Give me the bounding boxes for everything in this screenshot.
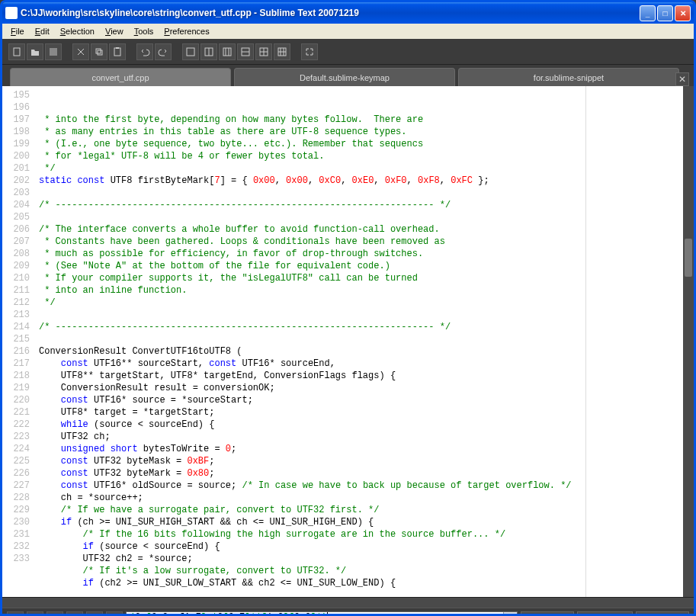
- tab-label: Default.sublime-keymap: [300, 73, 390, 82]
- svg-rect-2: [96, 49, 101, 53]
- undo-icon[interactable]: [136, 43, 153, 60]
- svg-rect-0: [14, 48, 20, 56]
- find-prev-button[interactable]: Find Prev: [577, 611, 633, 617]
- open-file-icon[interactable]: [27, 43, 43, 60]
- editor[interactable]: 1951961971981992002012022032042052062072…: [2, 86, 694, 597]
- maximize-button[interactable]: □: [657, 5, 673, 21]
- horizontal-scrollbar[interactable]: [2, 597, 694, 608]
- find-button[interactable]: Find: [521, 611, 574, 617]
- new-file-icon[interactable]: [8, 43, 25, 60]
- vertical-scrollbar[interactable]: [683, 86, 694, 597]
- code-content[interactable]: * into the first byte, depending on how …: [34, 86, 694, 597]
- find-input-container: (0x[0-9a-fA-F]+|0[0-7]*|[1-9][0-9]*) ▼: [126, 611, 518, 617]
- tab-bar: convert_utf.cpp Default.sublime-keymap f…: [2, 65, 694, 86]
- layout-grid-icon[interactable]: [255, 43, 272, 60]
- find-regex-toggle[interactable]: .*: [7, 611, 24, 617]
- svg-rect-3: [98, 50, 102, 55]
- find-wrap-toggle[interactable]: ⟲: [66, 611, 83, 617]
- tab-close-button[interactable]: ✕: [675, 72, 689, 86]
- menubar: File Edit Selection View Tools Preferenc…: [2, 24, 694, 39]
- find-in-selection-toggle[interactable]: ↶: [86, 611, 103, 617]
- tab-label: convert_utf.cpp: [91, 73, 149, 82]
- window-title: C:\JJ\working\src\skyline\core\string\co…: [21, 8, 640, 18]
- paste-icon[interactable]: [109, 43, 126, 60]
- menu-file[interactable]: File: [5, 25, 30, 37]
- fullscreen-icon[interactable]: [301, 43, 318, 60]
- scrollbar-thumb[interactable]: [685, 239, 692, 277]
- svg-rect-5: [116, 47, 119, 49]
- copy-icon[interactable]: [91, 43, 107, 60]
- menu-view[interactable]: View: [100, 25, 129, 37]
- find-bar: .* Aa "" ⟲ ↶ ⤣ (0x[0-9a-fA-F]+|0[0-7]*|[…: [2, 608, 694, 616]
- find-history-dropdown[interactable]: ▼: [503, 612, 517, 617]
- close-button[interactable]: ✕: [675, 5, 691, 21]
- line-gutter: 1951961971981992002012022032042052062072…: [2, 86, 34, 597]
- layout-single-icon[interactable]: [182, 43, 199, 60]
- find-highlight-toggle[interactable]: ⤣: [106, 611, 123, 617]
- svg-rect-4: [114, 48, 120, 56]
- menu-preferences[interactable]: Preferences: [159, 25, 214, 37]
- svg-rect-6: [187, 48, 194, 56]
- titlebar[interactable]: C:\JJ\working\src\skyline\core\string\co…: [2, 2, 694, 24]
- tab-default-keymap[interactable]: Default.sublime-keymap: [234, 68, 455, 86]
- layout-3col-icon[interactable]: [219, 43, 236, 60]
- find-whole-word-toggle[interactable]: "": [47, 611, 63, 617]
- menu-edit[interactable]: Edit: [30, 25, 55, 37]
- layout-2col-icon[interactable]: [200, 43, 217, 60]
- layout-4grid-icon[interactable]: [274, 43, 290, 60]
- toolbar: [2, 39, 694, 65]
- minimize-button[interactable]: _: [640, 5, 656, 21]
- menu-tools[interactable]: Tools: [129, 25, 159, 37]
- find-all-button[interactable]: Find All: [636, 611, 689, 617]
- cut-icon[interactable]: [72, 43, 89, 60]
- tab-label: for.sublime-snippet: [534, 73, 604, 82]
- menu-selection[interactable]: Selection: [55, 25, 100, 37]
- tab-convert-utf[interactable]: convert_utf.cpp: [10, 68, 231, 86]
- ruler: [585, 86, 586, 597]
- find-input[interactable]: (0x[0-9a-fA-F]+|0[0-7]*|[1-9][0-9]*): [127, 612, 503, 617]
- layout-2row-icon[interactable]: [237, 43, 254, 60]
- svg-rect-1: [50, 48, 57, 56]
- app-icon: [5, 7, 18, 19]
- redo-icon[interactable]: [155, 43, 172, 60]
- tab-for-snippet[interactable]: for.sublime-snippet: [458, 68, 679, 86]
- svg-rect-9: [223, 48, 231, 56]
- save-icon[interactable]: [45, 43, 62, 60]
- find-case-toggle[interactable]: Aa: [27, 611, 43, 617]
